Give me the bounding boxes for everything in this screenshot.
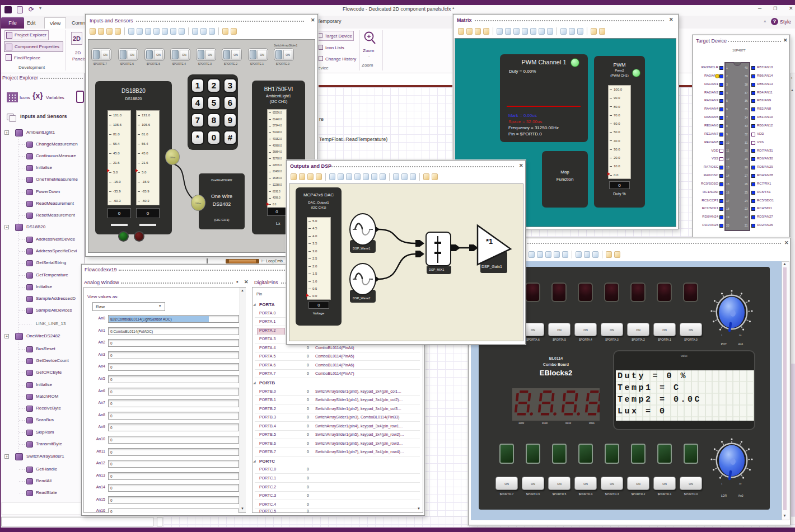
svg-text:*1: *1 bbox=[486, 237, 493, 246]
svg-text:DSP_Gain1: DSP_Gain1 bbox=[481, 265, 502, 269]
